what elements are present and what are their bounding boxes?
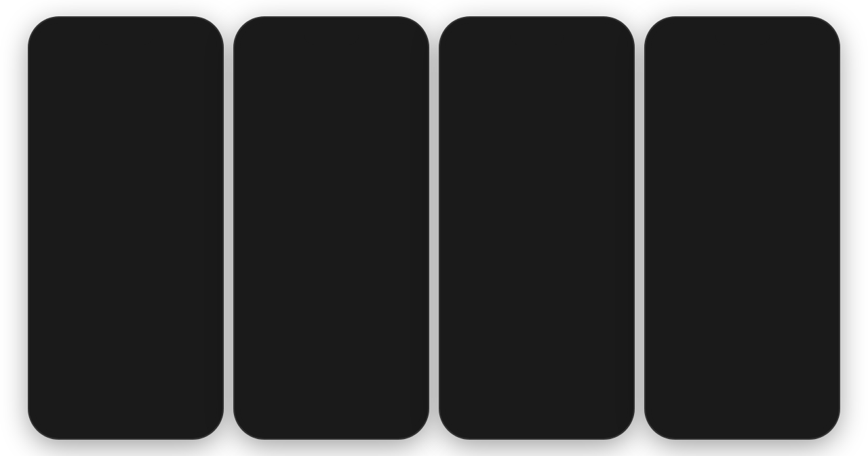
app-icon-instagram-4[interactable]: 📷: [802, 187, 824, 215]
p2-card-link[interactable]: #r/Dadjokes: [273, 248, 390, 255]
share-sheet-4: Share to... ✕ W M 💬 ✈ 📷 👻 Your username …: [651, 152, 833, 433]
share-sheet-1: Share post to... ⤴ Community 💬 Chat 👤 Pr…: [35, 152, 217, 433]
share-item-profile[interactable]: 👤 Profile: [127, 184, 162, 221]
download-label: Download: [90, 406, 117, 414]
sticker-icon-2[interactable]: ⊙: [386, 50, 395, 63]
gallery-icon-3[interactable]: ⊞: [611, 404, 621, 419]
subreddit-label-1: r/dadjokes: [79, 54, 113, 61]
share-item-community[interactable]: ⤴ Community: [45, 184, 81, 221]
post-stats-4: 4767 3882 Share: [659, 111, 825, 119]
share-instagram[interactable]: 📷 Instagram Stories: [45, 277, 81, 322]
p1-post-content: u/80dgecko808 1y Join My daughter asked …: [35, 71, 217, 117]
signal-3: ▲▲▲: [570, 33, 593, 41]
messages-icon: 💬: [172, 277, 199, 304]
reddit-badge-2: ● reddit: [361, 191, 390, 200]
share-copy-link[interactable]: 🔗 Copy Link: [45, 377, 81, 414]
font-icon-2[interactable]: Aa: [365, 52, 376, 62]
telegram-label: Telegram: [50, 356, 75, 364]
home-indicator-4: [712, 421, 773, 423]
post-meta-1: u/80dgecko808 1y Join: [43, 77, 209, 84]
community-icon: ⤴: [50, 184, 77, 211]
whatsapp-icon: W: [90, 277, 117, 304]
join-btn-1[interactable]: Join: [106, 77, 128, 85]
reddit-icon-badge: ●: [365, 192, 368, 199]
p4-header-icons: 🔍 ⚡ ···: [753, 47, 827, 69]
chevron-down-icon: ⌄: [608, 370, 615, 379]
phone-1-screen: 10:11 ▐▌ ← r r/dadjokes 🔍 ··· u/80dgecko…: [35, 23, 217, 433]
copy-image-icon: 🖼: [131, 377, 158, 404]
time-post-1: 1y: [91, 77, 98, 84]
action-crosspost-4[interactable]: ⤴ Crosspost: [660, 244, 824, 267]
svg-rect-8: [521, 282, 529, 294]
share-messages[interactable]: 💬 Messages: [167, 277, 203, 322]
wifi-2: ≋: [391, 33, 397, 41]
p4-header: ← 🔍 ⚡ ···: [651, 44, 833, 72]
crosspost-icon: ⤴: [660, 250, 674, 261]
close-sheet-btn-4[interactable]: ✕: [814, 162, 824, 177]
action-copy-link-4[interactable]: 🔗 Copy Link: [660, 291, 824, 315]
bookmark-label: Bookmark: [681, 273, 721, 284]
instagram-label: Instagram Stories: [45, 307, 81, 322]
phone-2: 10:13 ▲▲ ≋ 96 ← Aa ⊙ ··· d: [235, 18, 428, 438]
copy-image-label: Copy Image: [128, 406, 161, 414]
more-icon-2[interactable]: ···: [404, 51, 413, 63]
back-button-2[interactable]: ←: [250, 50, 262, 64]
battery-4: ■: [816, 33, 821, 41]
back-button-1[interactable]: ←: [41, 51, 52, 63]
time-4: 5:03: [663, 33, 678, 41]
search-icon-1[interactable]: 🔍: [148, 46, 161, 68]
caption-input-3[interactable]: [492, 408, 606, 416]
p2-card-user: d dadjokes Posted by @80dgecko808: [273, 187, 357, 204]
send-button-2[interactable]: →: [391, 402, 413, 426]
status-bar-2: 10:13 ▲▲ ≋ 96: [240, 23, 422, 44]
app-icon-messenger-4[interactable]: M: [696, 187, 724, 215]
filter-icon-4[interactable]: ⚡: [772, 52, 785, 64]
more-icon-1[interactable]: ···: [170, 46, 180, 68]
share-whatsapp[interactable]: W WhatsApp: [86, 277, 121, 322]
search-icon-3[interactable]: 🔍: [549, 53, 563, 66]
comment-author-4: kongswerth • 26d: [665, 127, 820, 134]
author-1: u/80dgecko808: [43, 77, 89, 84]
app-icon-messages-4[interactable]: 💬: [731, 187, 760, 215]
community-label: Community: [47, 214, 79, 221]
story-circle-icon: ○: [258, 408, 269, 420]
share-4[interactable]: Share: [706, 111, 724, 119]
close-banner-btn-3[interactable]: ✕: [580, 85, 589, 98]
action-bookmark-4[interactable]: 🔖 Bookmark: [660, 267, 824, 291]
chat-icon: 💬: [90, 184, 117, 211]
profile-icon: 👤: [131, 184, 158, 211]
more-icon-4[interactable]: ···: [791, 52, 800, 64]
filter-icon-3[interactable]: ⚡: [568, 54, 580, 64]
status-bar-1: 10:11 ▐▌: [35, 23, 217, 43]
app-icon-telegram-4[interactable]: ✈: [766, 187, 795, 215]
more-icon-3[interactable]: ···: [585, 53, 594, 65]
share-item-chat[interactable]: 💬 Chat: [86, 184, 121, 221]
battery-2: 96: [399, 34, 410, 41]
scroll-down-indicator[interactable]: ⌄: [602, 365, 621, 384]
share-telegram[interactable]: ✈ Telegram: [45, 326, 81, 364]
back-button-3[interactable]: ←: [452, 52, 465, 66]
green-dot-icon: [326, 411, 330, 417]
status-icons-1: ▐▌: [194, 33, 205, 41]
back-button-4[interactable]: ←: [658, 52, 669, 64]
action-download-4[interactable]: ⬇ Download: [660, 315, 824, 339]
card-posted-by: Posted by @80dgecko808: [294, 196, 357, 202]
share-copy-image[interactable]: 🖼 Copy Image: [127, 377, 162, 414]
svg-rect-9: [544, 282, 552, 294]
share-messenger[interactable]: M Messenger: [127, 277, 162, 322]
copy-link-label: Copy Link: [50, 406, 77, 414]
time-1: 10:11: [47, 33, 66, 41]
share-item-saved[interactable]: 🔖 Saved: [167, 184, 203, 221]
saved-label: Saved: [176, 214, 194, 221]
share-banner-btn-3[interactable]: Share: [596, 87, 618, 96]
p2-card-header: d dadjokes Posted by @80dgecko808 ● redd…: [273, 187, 390, 204]
send-icon-2: →: [396, 408, 407, 420]
phone-2-screen: 10:13 ▲▲ ≋ 96 ← Aa ⊙ ··· d: [240, 23, 422, 433]
search-icon-4[interactable]: 🔍: [753, 52, 766, 64]
download-icon: ⬇: [90, 377, 117, 404]
action-more-4[interactable]: ··· More: [660, 339, 824, 365]
saved-icon: 🔖: [172, 184, 199, 211]
share-download[interactable]: ⬇ Download: [86, 377, 121, 414]
app-icon-whatsapp-4[interactable]: W: [660, 187, 689, 215]
share-item-share-via[interactable]: ⬆ Share via...: [45, 227, 81, 264]
